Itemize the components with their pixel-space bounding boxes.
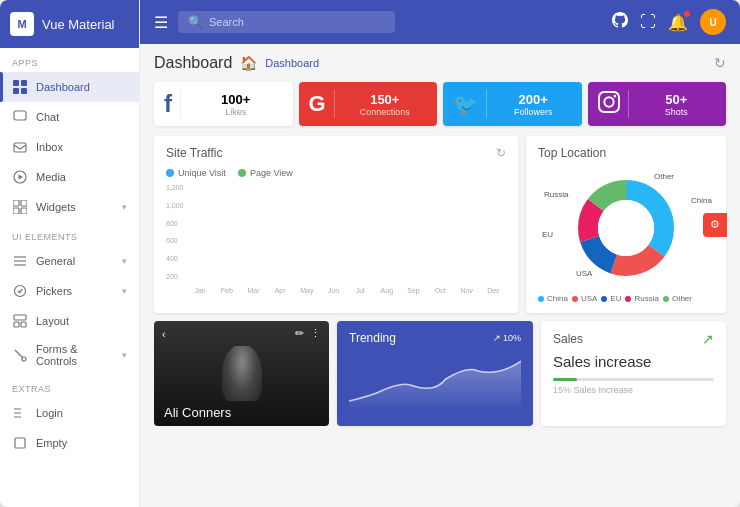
person-info: Ali Conners <box>154 401 329 426</box>
x-label: Sep <box>401 287 426 294</box>
bar-chart-container: 1,200 1,000 800 600 400 200 <box>166 184 506 294</box>
inbox-icon <box>12 139 28 155</box>
legend-dot-blue <box>166 169 174 177</box>
location-title: Top Location <box>538 146 606 160</box>
location-card-header: Top Location <box>538 146 714 160</box>
y-label: 200 <box>166 273 184 280</box>
y-label: 400 <box>166 255 184 262</box>
refresh-icon[interactable]: ↻ <box>714 55 726 71</box>
menu-icon[interactable]: ☰ <box>154 13 168 32</box>
trending-card: Trending ↗ 10% <box>337 321 533 426</box>
trending-chart <box>349 351 521 411</box>
sidebar-item-empty[interactable]: Empty <box>0 428 139 458</box>
social-cards: f 100+ Likes G 150+ Connections <box>154 82 726 126</box>
logo-icon: M <box>10 12 34 36</box>
svg-rect-11 <box>21 208 27 214</box>
sales-header: Sales ↗ <box>553 331 714 347</box>
x-label: Jan <box>188 287 213 294</box>
chevron-down-icon: ▾ <box>122 256 127 266</box>
github-icon[interactable] <box>612 12 628 32</box>
sidebar-item-dashboard[interactable]: Dashboard <box>0 72 139 102</box>
y-axis: 1,200 1,000 800 600 400 200 <box>166 184 184 294</box>
fullscreen-icon[interactable]: ⛶ <box>640 13 656 31</box>
page-title: Dashboard <box>154 54 232 72</box>
sidebar-item-inbox[interactable]: Inbox <box>0 132 139 162</box>
media-icon <box>12 169 28 185</box>
label-eu: EU <box>610 294 621 303</box>
more-icon[interactable]: ⋮ <box>310 327 321 340</box>
chevron-down-icon: ▾ <box>122 202 127 212</box>
dot-china <box>538 296 544 302</box>
sidebar-item-label: Widgets <box>36 201 114 213</box>
general-icon <box>12 253 28 269</box>
search-input[interactable] <box>209 16 385 28</box>
legend-russia: Russia <box>625 294 658 303</box>
sidebar-item-login[interactable]: Login <box>0 398 139 428</box>
x-label: Nov <box>454 287 479 294</box>
logo-text: Vue Material <box>42 17 115 32</box>
instagram-card[interactable]: 50+ Shots <box>588 82 727 126</box>
svg-rect-3 <box>21 88 27 94</box>
sidebar-item-label: Login <box>36 407 127 419</box>
charts-row: Site Traffic ↻ Unique Visit Page View <box>154 136 726 313</box>
edit-icon[interactable]: ✏ <box>295 327 304 340</box>
trending-svg <box>349 351 521 411</box>
svg-rect-24 <box>15 438 25 448</box>
notification-icon[interactable]: 🔔 <box>668 13 688 32</box>
sidebar-item-label: Inbox <box>36 141 127 153</box>
sales-card: Sales ↗ Sales increase 15% Sales Increas… <box>541 321 726 426</box>
notification-badge <box>683 10 691 18</box>
legend-page-view: Page View <box>238 168 293 178</box>
sidebar-item-label: Media <box>36 171 127 183</box>
legend-usa: USA <box>572 294 597 303</box>
google-card[interactable]: G 150+ Connections <box>299 82 438 126</box>
sidebar-item-layout[interactable]: Layout <box>0 306 139 336</box>
label-usa: USA <box>576 269 592 278</box>
avatar[interactable]: U <box>700 9 726 35</box>
topbar: ☰ 🔍 ⛶ 🔔 U <box>140 0 740 44</box>
sidebar-item-label: Forms & Controls <box>36 343 114 367</box>
gear-fab[interactable]: ⚙ <box>703 213 727 237</box>
svg-line-19 <box>15 350 23 358</box>
sidebar: M Vue Material Apps Dashboard Chat Inbox <box>0 0 140 507</box>
prev-icon[interactable]: ‹ <box>162 328 166 340</box>
x-label: Dec <box>481 287 506 294</box>
forms-icon <box>12 347 28 363</box>
dashboard-icon <box>12 79 28 95</box>
label-other: Other <box>654 172 674 181</box>
sidebar-item-label: Layout <box>36 315 127 327</box>
sidebar-item-chat[interactable]: Chat <box>0 102 139 132</box>
sidebar-item-forms[interactable]: Forms & Controls ▾ <box>0 336 139 374</box>
legend-eu: EU <box>601 294 621 303</box>
label-eu: EU <box>542 230 553 239</box>
bars-container <box>188 184 506 285</box>
location-legend: China USA EU Russia <box>538 294 714 303</box>
sales-progress-bar <box>553 378 714 381</box>
twitter-number: 200+ <box>495 92 572 107</box>
sidebar-section-apps: Apps <box>0 48 139 72</box>
sidebar-item-widgets[interactable]: Widgets ▾ <box>0 192 139 222</box>
dark-person-card: ‹ ✏ ⋮ Ali Conners <box>154 321 329 426</box>
x-label: Oct <box>428 287 453 294</box>
svg-point-20 <box>22 357 26 361</box>
breadcrumb-link[interactable]: Dashboard <box>265 57 319 69</box>
top-location-card: Top Location Other <box>526 136 726 313</box>
layout-icon <box>12 313 28 329</box>
sidebar-item-media[interactable]: Media <box>0 162 139 192</box>
twitter-card[interactable]: 🐦 200+ Followers <box>443 82 582 126</box>
sidebar-item-label: General <box>36 255 114 267</box>
svg-rect-2 <box>13 88 19 94</box>
google-number: 150+ <box>343 92 427 107</box>
instagram-label: Shots <box>637 107 717 117</box>
facebook-label: Likes <box>189 107 283 117</box>
sidebar-item-pickers[interactable]: Pickers ▾ <box>0 276 139 306</box>
traffic-refresh-icon[interactable]: ↻ <box>496 146 506 160</box>
twitter-icon: 🐦 <box>453 92 478 116</box>
x-label: May <box>294 287 319 294</box>
sidebar-item-general[interactable]: General ▾ <box>0 246 139 276</box>
facebook-card[interactable]: f 100+ Likes <box>154 82 293 126</box>
y-label: 600 <box>166 237 184 244</box>
trending-arrow-up: ↗ <box>493 333 501 343</box>
donut-svg <box>561 173 691 283</box>
x-label: Mar <box>241 287 266 294</box>
